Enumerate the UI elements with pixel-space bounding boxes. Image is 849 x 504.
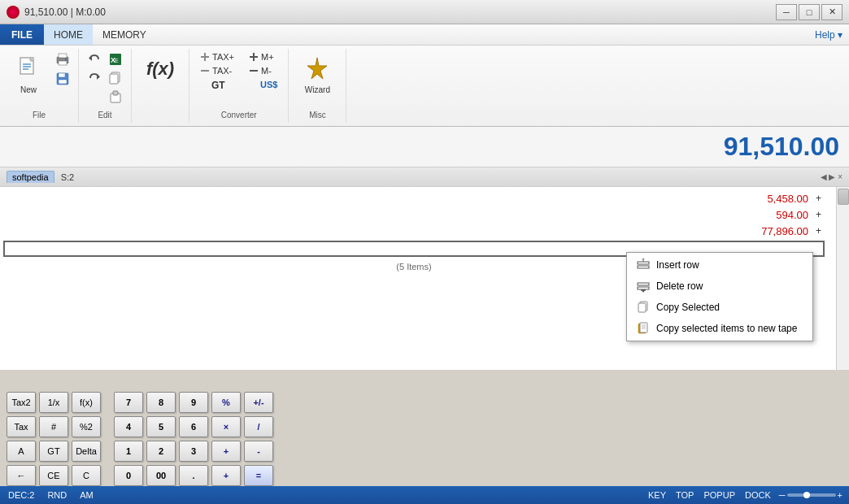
- calc-a[interactable]: A: [7, 441, 36, 462]
- status-key[interactable]: KEY: [647, 490, 668, 500]
- svg-rect-26: [253, 53, 255, 61]
- tax-minus-button[interactable]: TAX-: [196, 64, 238, 77]
- calc-minus[interactable]: -: [244, 441, 273, 462]
- svg-rect-33: [638, 283, 649, 285]
- tape-row: 5,458.00 +: [3, 190, 825, 206]
- calc-gt[interactable]: GT: [39, 441, 68, 462]
- us-button[interactable]: US$: [245, 78, 281, 91]
- calc-multiply[interactable]: ×: [211, 416, 241, 437]
- tape-scrollbar[interactable]: [836, 187, 849, 370]
- svg-marker-36: [642, 290, 645, 293]
- zoom-plus[interactable]: +: [838, 490, 842, 500]
- us-label: US$: [260, 80, 277, 89]
- calc-plus[interactable]: +: [211, 441, 241, 462]
- tape-op-1: +: [816, 193, 821, 204]
- status-top[interactable]: TOP: [674, 490, 695, 500]
- tape-tab-softpedia[interactable]: softpedia: [7, 171, 54, 183]
- calculator: Tax2 1/x f(x) 7 8 9 % +/- Tax # %2 4 5 6…: [0, 387, 849, 493]
- calc-4[interactable]: 4: [114, 416, 143, 437]
- print-button[interactable]: [54, 50, 72, 68]
- tape-value-2: 594.00: [743, 209, 808, 221]
- menu-bar: FILE HOME MEMORY Help ▾: [0, 24, 849, 46]
- scrollbar-thumb[interactable]: [838, 189, 849, 205]
- status-popup[interactable]: POPUP: [702, 490, 737, 500]
- zoom-minus[interactable]: ─: [779, 490, 786, 500]
- mp-button[interactable]: M+: [245, 50, 281, 63]
- app-icon: [7, 6, 20, 19]
- calc-00[interactable]: 00: [146, 465, 176, 486]
- save-button[interactable]: [54, 70, 72, 88]
- calc-8[interactable]: 8: [146, 392, 176, 413]
- calc-hash[interactable]: #: [39, 416, 68, 437]
- context-copy-selected[interactable]: Copy Selected: [627, 297, 812, 318]
- calc-divide[interactable]: /: [244, 416, 273, 437]
- calc-c[interactable]: C: [72, 465, 101, 486]
- svg-rect-7: [59, 61, 67, 65]
- tax-plus-button[interactable]: TAX+: [196, 50, 238, 63]
- close-button[interactable]: ✕: [821, 4, 842, 20]
- calc-9[interactable]: 9: [179, 392, 208, 413]
- copy-tape-icon: [637, 322, 650, 335]
- copy-button[interactable]: [107, 69, 124, 87]
- zoom-slider[interactable]: ─ +: [779, 490, 842, 500]
- calc-ce[interactable]: CE: [39, 465, 68, 486]
- calc-plusminus[interactable]: +/-: [244, 392, 273, 413]
- svg-rect-19: [110, 74, 118, 84]
- tape-corner-controls[interactable]: ◀ ▶ ×: [821, 172, 842, 181]
- calc-tax[interactable]: Tax: [7, 416, 36, 437]
- svg-rect-40: [640, 323, 647, 332]
- calc-5[interactable]: 5: [146, 416, 176, 437]
- calc-delta[interactable]: Delta: [72, 441, 101, 462]
- slider-thumb[interactable]: [803, 492, 810, 498]
- menu-memory[interactable]: MEMORY: [93, 24, 156, 45]
- converter-group-label: Converter: [221, 111, 257, 119]
- calc-backspace[interactable]: ←: [7, 465, 36, 486]
- gt-button[interactable]: GT: [196, 78, 238, 93]
- delete-row-label: Delete row: [656, 280, 703, 292]
- tape-row: 594.00 +: [3, 206, 825, 223]
- status-am: AM: [78, 490, 95, 500]
- calc-2[interactable]: 2: [146, 441, 176, 462]
- context-delete-row[interactable]: Delete row: [627, 276, 812, 297]
- calc-fx[interactable]: f(x): [72, 392, 101, 413]
- context-insert-row[interactable]: Insert row: [627, 254, 812, 276]
- calc-dot[interactable]: .: [179, 465, 208, 486]
- svg-marker-32: [642, 259, 645, 259]
- status-dock[interactable]: DOCK: [743, 490, 773, 500]
- calc-6[interactable]: 6: [179, 416, 208, 437]
- maximize-button[interactable]: □: [799, 4, 820, 20]
- menu-file[interactable]: FILE: [0, 24, 44, 45]
- ribbon-group-converter: TAX+ TAX- GT M+: [189, 49, 289, 123]
- calc-1x[interactable]: 1/x: [39, 392, 68, 413]
- mm-button[interactable]: M-: [245, 64, 281, 77]
- redo-button[interactable]: [85, 69, 103, 87]
- gt-label: GT: [211, 80, 225, 91]
- calc-tax2[interactable]: Tax2: [7, 392, 36, 413]
- misc-group-label: Misc: [309, 111, 326, 119]
- minimize-button[interactable]: ─: [776, 4, 797, 20]
- tape-op-3: +: [816, 225, 821, 237]
- calc-percent[interactable]: %: [211, 392, 241, 413]
- calc-add[interactable]: +: [211, 465, 241, 486]
- context-copy-to-tape[interactable]: Copy selected items to new tape: [627, 318, 812, 339]
- ribbon-group-fx: f(x): [132, 49, 189, 123]
- slider-track[interactable]: [787, 493, 836, 497]
- fx-button[interactable]: f(x): [138, 50, 182, 88]
- undo-button[interactable]: [85, 50, 103, 68]
- svg-rect-23: [204, 53, 206, 61]
- calc-1[interactable]: 1: [114, 441, 143, 462]
- ribbon-group-edit: X E: [79, 49, 132, 123]
- menu-home[interactable]: HOME: [44, 24, 93, 45]
- calc-equals[interactable]: =: [244, 465, 273, 486]
- calc-3[interactable]: 3: [179, 441, 208, 462]
- svg-rect-6: [59, 54, 67, 58]
- calc-7[interactable]: 7: [114, 392, 143, 413]
- calc-pct2[interactable]: %2: [72, 416, 101, 437]
- new-button[interactable]: New: [7, 50, 50, 98]
- wizard-button[interactable]: Wizard: [295, 50, 339, 98]
- calc-0[interactable]: 0: [114, 465, 143, 486]
- help-button[interactable]: Help ▾: [815, 29, 842, 41]
- paste-button[interactable]: [107, 88, 124, 106]
- wizard-icon: [303, 54, 332, 84]
- excel-button[interactable]: X E: [107, 50, 124, 68]
